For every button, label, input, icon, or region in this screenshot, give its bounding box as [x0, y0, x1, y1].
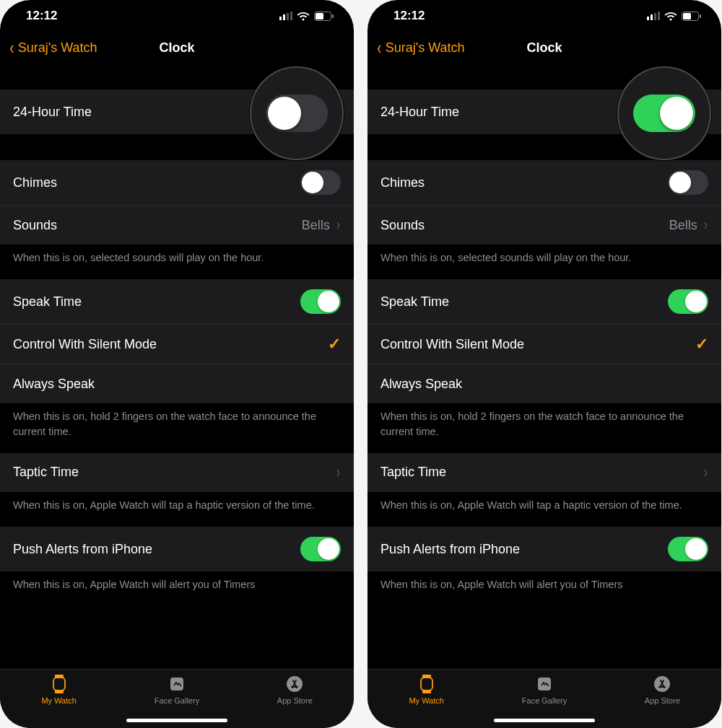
- cellular-icon: [647, 12, 660, 20]
- phone-screen-left: 12:12 ‹ Suraj's Watch Clock 24-Hour Time…: [0, 0, 354, 728]
- footer-speak: When this is on, hold 2 fingers on the w…: [0, 403, 354, 453]
- nav-bar: ‹ Suraj's Watch Clock: [367, 32, 721, 63]
- footer-speak: When this is on, hold 2 fingers on the w…: [367, 403, 721, 453]
- toggle-speak-time[interactable]: [300, 289, 341, 314]
- chevron-right-icon: ›: [336, 216, 340, 234]
- wifi-icon: [664, 12, 677, 21]
- app-store-icon: [284, 674, 305, 694]
- svg-rect-9: [53, 677, 65, 690]
- app-store-icon: [652, 674, 672, 694]
- status-time: 12:12: [393, 9, 425, 23]
- svg-rect-12: [647, 17, 649, 20]
- row-always-speak[interactable]: Always Speak: [0, 364, 354, 403]
- nav-bar: ‹ Suraj's Watch Clock: [0, 32, 354, 63]
- row-sounds[interactable]: Sounds Bells›: [367, 206, 721, 245]
- magnified-toggle-off: [266, 95, 328, 132]
- watch-icon: [49, 674, 69, 694]
- tab-my-watch[interactable]: My Watch: [1, 674, 118, 728]
- tab-label: Face Gallery: [155, 696, 199, 705]
- chevron-right-icon: ›: [704, 463, 708, 482]
- row-label: Chimes: [13, 175, 57, 190]
- svg-rect-2: [287, 13, 289, 20]
- toggle-push-alerts[interactable]: [668, 537, 708, 561]
- row-speak-time[interactable]: Speak Time: [0, 279, 354, 325]
- row-chimes[interactable]: Chimes: [367, 160, 721, 206]
- status-time: 12:12: [26, 9, 57, 23]
- home-indicator[interactable]: [126, 719, 227, 722]
- battery-icon: [314, 12, 334, 21]
- nav-title: Clock: [159, 40, 194, 56]
- row-label: 24-Hour Time: [13, 105, 92, 120]
- status-indicators: [647, 12, 701, 21]
- row-label: Sounds: [380, 218, 425, 233]
- home-indicator[interactable]: [494, 719, 595, 722]
- chevron-right-icon: ›: [336, 463, 340, 482]
- chevron-left-icon: ‹: [9, 38, 14, 57]
- svg-rect-5: [316, 13, 323, 19]
- back-button[interactable]: ‹ Suraj's Watch: [9, 38, 97, 57]
- svg-rect-0: [279, 17, 282, 20]
- toggle-push-alerts[interactable]: [300, 537, 341, 561]
- face-gallery-icon: [167, 674, 187, 694]
- toggle-chimes[interactable]: [300, 170, 341, 195]
- svg-rect-14: [654, 13, 656, 20]
- row-taptic-time[interactable]: Taptic Time ›: [367, 453, 721, 492]
- status-bar: 12:12: [367, 0, 721, 32]
- tab-label: Face Gallery: [522, 696, 567, 705]
- tab-app-store[interactable]: App Store: [236, 674, 353, 728]
- row-taptic-time[interactable]: Taptic Time ›: [0, 453, 354, 492]
- battery-icon: [682, 12, 701, 21]
- check-icon: ✓: [328, 335, 341, 354]
- check-icon: ✓: [695, 335, 708, 354]
- footer-taptic: When this is on, Apple Watch will tap a …: [0, 492, 354, 527]
- svg-rect-13: [651, 14, 653, 20]
- row-sounds[interactable]: Sounds Bells›: [0, 206, 354, 245]
- chevron-right-icon: ›: [704, 216, 708, 234]
- row-label: Always Speak: [13, 377, 95, 392]
- row-push-alerts[interactable]: Push Alerts from iPhone: [367, 527, 721, 571]
- tab-label: My Watch: [409, 696, 444, 705]
- callout-magnifier: [617, 66, 711, 160]
- toggle-speak-time[interactable]: [668, 289, 708, 314]
- magnified-toggle-on: [633, 95, 695, 132]
- svg-rect-3: [290, 12, 292, 20]
- row-value: Bells: [669, 218, 697, 233]
- back-label: Suraj's Watch: [18, 40, 97, 56]
- row-label: Speak Time: [380, 294, 449, 310]
- footer-push: When this is on, Apple Watch will alert …: [0, 571, 354, 595]
- row-label: Push Alerts from iPhone: [380, 542, 520, 557]
- tab-label: App Store: [277, 696, 313, 705]
- watch-icon: [417, 674, 437, 694]
- toggle-chimes[interactable]: [668, 170, 708, 195]
- row-label: Control With Silent Mode: [13, 337, 157, 352]
- tab-label: My Watch: [41, 696, 77, 705]
- svg-rect-21: [421, 677, 432, 690]
- row-label: Sounds: [13, 218, 57, 233]
- status-indicators: [279, 12, 334, 21]
- face-gallery-icon: [534, 674, 554, 694]
- svg-rect-6: [332, 14, 334, 18]
- row-value: Bells: [302, 218, 330, 233]
- back-label: Suraj's Watch: [386, 40, 465, 56]
- row-label: Chimes: [380, 175, 425, 190]
- row-chimes[interactable]: Chimes: [0, 160, 354, 206]
- tab-app-store[interactable]: App Store: [604, 674, 721, 728]
- footer-chimes: When this is on, selected sounds will pl…: [367, 245, 721, 279]
- callout-magnifier: [250, 66, 344, 160]
- row-control-silent[interactable]: Control With Silent Mode ✓: [367, 325, 721, 364]
- row-control-silent[interactable]: Control With Silent Mode ✓: [0, 325, 354, 364]
- row-label: 24-Hour Time: [380, 105, 459, 120]
- row-speak-time[interactable]: Speak Time: [367, 279, 721, 325]
- row-label: Control With Silent Mode: [380, 337, 524, 352]
- footer-taptic: When this is on, Apple Watch will tap a …: [367, 492, 721, 527]
- row-label: Push Alerts from iPhone: [13, 542, 152, 557]
- svg-rect-1: [283, 14, 285, 20]
- tab-my-watch[interactable]: My Watch: [368, 674, 485, 728]
- svg-rect-17: [683, 13, 691, 19]
- back-button[interactable]: ‹ Suraj's Watch: [376, 38, 464, 57]
- row-push-alerts[interactable]: Push Alerts from iPhone: [0, 527, 354, 571]
- phone-screen-right: 12:12 ‹ Suraj's Watch Clock 24-Hour Time…: [367, 0, 721, 728]
- row-always-speak[interactable]: Always Speak: [367, 364, 721, 403]
- svg-rect-18: [700, 14, 701, 18]
- footer-push: When this is on, Apple Watch will alert …: [367, 571, 721, 595]
